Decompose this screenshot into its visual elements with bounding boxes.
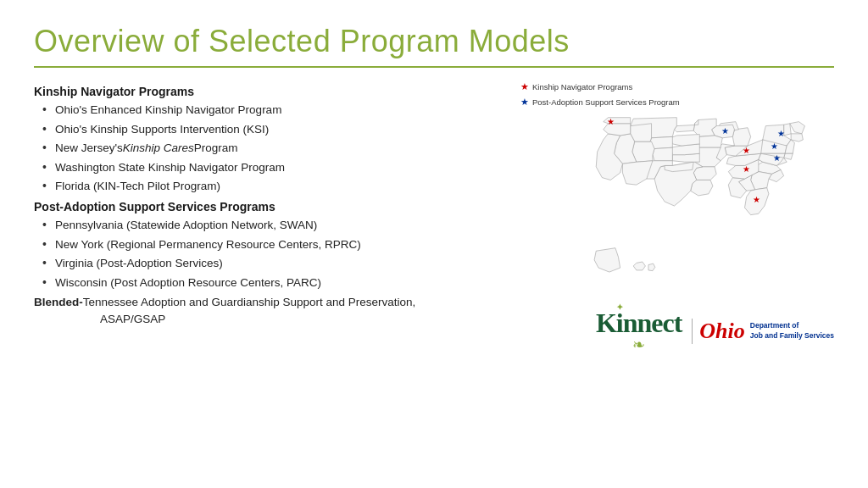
kinnect-wordmark: Ki✦nnect — [596, 308, 682, 338]
marker-virginia: ★ — [773, 153, 781, 163]
svg-marker-47 — [648, 263, 655, 271]
list-item: Virginia (Post-Adoption Services) — [42, 255, 495, 272]
svg-marker-36 — [653, 147, 672, 161]
ohio-dept-line1: Department of — [750, 321, 834, 331]
ohio-logo-block: Ohio Department of Job and Family Servic… — [692, 319, 834, 344]
legend-post-adoption-label: Post-Adoption Support Services Program — [532, 96, 680, 108]
legend-kinship-label: Kinship Navigator Programs — [532, 80, 632, 93]
marker-wisconsin: ★ — [721, 126, 729, 136]
ohio-dept-line2: Job and Family Services — [750, 331, 834, 341]
list-item: New York (Regional Permanency Resource C… — [42, 236, 495, 253]
list-item: Ohio's Kinship Supports Intervention (KS… — [42, 121, 495, 138]
svg-marker-38 — [632, 141, 654, 162]
list-item: New Jersey's Kinship Cares Program — [42, 140, 495, 157]
legend-item-kinship: ★ Kinship Navigator Programs — [520, 80, 680, 95]
marker-newyork: ★ — [777, 130, 785, 139]
blended-bold: Blended- — [34, 296, 83, 308]
svg-marker-39 — [631, 124, 652, 141]
kinship-nav-heading: Kinship Navigator Programs — [34, 85, 495, 98]
marker-pennsylvania: ★ — [771, 141, 779, 151]
slide: Overview of Selected Program Models Kins… — [0, 0, 868, 488]
right-panel: ★ Kinship Navigator Programs ★ Post-Adop… — [512, 80, 834, 354]
list-item: Ohio's Enhanced Kinship Navigator Progra… — [42, 102, 495, 119]
kinnect-logo: Ki✦nnect ❧ — [596, 308, 682, 354]
title-divider — [34, 66, 834, 68]
content-area: Kinship Navigator Programs Ohio's Enhanc… — [34, 80, 834, 354]
marker-florida: ★ — [753, 196, 760, 205]
svg-marker-46 — [633, 262, 645, 270]
svg-marker-45 — [594, 248, 620, 272]
marker-tennessee: ★ — [743, 164, 750, 174]
post-adoption-heading: Post-Adoption Support Services Programs — [34, 200, 495, 214]
logo-row: Ki✦nnect ❧ Ohio Department of Job and Fa… — [596, 308, 834, 354]
post-adoption-list: Pennsylvania (Statewide Adoption Network… — [42, 217, 495, 291]
marker-ohio: ★ — [743, 146, 750, 155]
svg-marker-20 — [732, 128, 750, 146]
list-item: Florida (KIN-Tech Pilot Program) — [42, 178, 495, 195]
svg-marker-32 — [670, 135, 699, 146]
kinship-nav-list: Ohio's Enhanced Kinship Navigator Progra… — [42, 102, 495, 195]
legend-item-post-adoption: ★ Post-Adoption Support Services Program — [520, 95, 680, 110]
blended-line1: Blended-Tennessee Adoption and Guardians… — [34, 294, 495, 311]
svg-marker-41 — [622, 161, 652, 185]
list-item: Wisconsin (Post Adoption Resource Center… — [42, 274, 495, 291]
svg-marker-6 — [784, 153, 793, 159]
svg-marker-0 — [790, 122, 805, 134]
svg-marker-26 — [693, 167, 716, 180]
svg-marker-2 — [791, 134, 803, 141]
list-item: Pennsylvania (Statewide Adoption Network… — [42, 217, 495, 234]
red-star-icon: ★ — [520, 80, 529, 95]
marker-washington: ★ — [607, 117, 615, 126]
us-map: ★ ★ ★ ★ ★ ★ ★ ★ — [529, 113, 834, 299]
svg-marker-1 — [784, 124, 792, 136]
page-title: Overview of Selected Program Models — [34, 24, 834, 59]
list-item: Washington State Kinship Navigator Progr… — [42, 159, 495, 176]
blue-star-icon: ★ — [520, 95, 529, 110]
left-panel: Kinship Navigator Programs Ohio's Enhanc… — [34, 80, 495, 354]
blended-line2: ASAP/GSAP — [100, 311, 495, 328]
map-legend: ★ Kinship Navigator Programs ★ Post-Adop… — [520, 80, 680, 109]
ohio-wordmark: Ohio — [699, 319, 744, 344]
ohio-dept-text: Department of Job and Family Services — [750, 321, 834, 341]
